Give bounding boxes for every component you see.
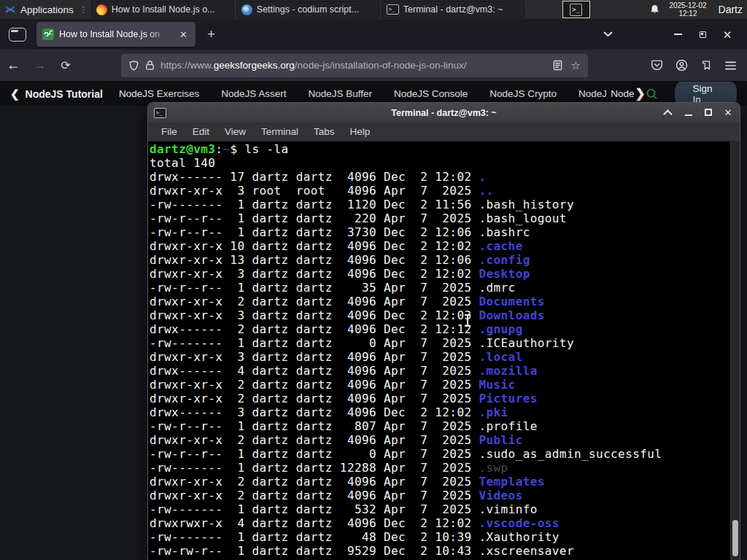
terminal-icon: >_ xyxy=(154,108,166,118)
nav-link-nodejs-console[interactable]: NodeJS Console xyxy=(394,88,468,99)
taskbar-button-label: Terminal - dartz@vm3: ~ xyxy=(403,4,503,15)
toolbar-right-icons xyxy=(651,59,747,71)
terminal-line: drwxr-xr-x 10 dartz dartz 4096 Dec 2 12:… xyxy=(150,239,740,253)
new-tab-button[interactable]: + xyxy=(207,26,215,42)
nav-link-nodejs-crypto[interactable]: NodeJS Crypto xyxy=(489,88,557,99)
tab-close-icon[interactable]: ✕ xyxy=(177,28,190,41)
nav-more-label: Node xyxy=(611,88,634,99)
terminal-line: -rw------- 1 dartz dartz 1120 Dec 2 11:5… xyxy=(150,198,740,211)
notification-bell-icon[interactable] xyxy=(649,4,660,15)
terminal-line: drwxr-xr-x 3 root root 4096 Apr 7 2025 .… xyxy=(150,184,740,198)
reader-mode-icon[interactable] xyxy=(553,60,562,71)
reload-button[interactable]: ⟳ xyxy=(53,58,79,72)
firefox-icon xyxy=(96,4,107,15)
search-icon[interactable] xyxy=(646,87,658,101)
applications-menu-button[interactable]: Applications xyxy=(0,0,80,19)
terminal-menu-tabs[interactable]: Tabs xyxy=(314,126,335,137)
taskbar: How to Install Node.js o...Settings - co… xyxy=(91,0,525,19)
terminal-line: drwxr-xr-x 2 dartz dartz 4096 Apr 7 2025… xyxy=(150,475,740,489)
terminal-line: drwxr-xr-x 13 dartz dartz 4096 Dec 2 12:… xyxy=(150,253,740,267)
clock[interactable]: 2025-12-02 12:12 xyxy=(669,1,706,18)
nav-link-nodejs-dns[interactable]: NodeJS DNS xyxy=(578,88,606,99)
terminal-window-title: Terminal - dartz@vm3: ~ xyxy=(148,108,740,118)
list-all-tabs-icon[interactable] xyxy=(595,31,620,37)
terminal-line: total 140 xyxy=(150,156,740,170)
chevron-left-icon: ❮ xyxy=(10,88,20,101)
taskbar-button-vscodium[interactable]: Settings - codium script... xyxy=(236,1,379,18)
nav-link-nodejs-assert[interactable]: NodeJS Assert xyxy=(221,88,286,99)
clock-date: 2025-12-02 xyxy=(669,1,706,9)
firefox-view-icon[interactable] xyxy=(9,28,26,42)
tab-title: How to Install Node.js on xyxy=(59,29,172,39)
taskbar-button-label: Settings - codium script... xyxy=(257,4,359,15)
terminal-line: drwx------ 3 dartz dartz 4096 Dec 2 12:0… xyxy=(150,405,740,419)
terminal-line: -rw-r--r-- 1 dartz dartz 3730 Dec 2 12:0… xyxy=(150,225,740,239)
terminal-menu-file[interactable]: File xyxy=(161,126,177,137)
terminal-line: drwxr-xr-x 2 dartz dartz 4096 Apr 7 2025… xyxy=(150,378,740,392)
terminal-line: drwxr-xr-x 2 dartz dartz 4096 Apr 7 2025… xyxy=(150,433,740,447)
terminal-title-bar[interactable]: >_ Terminal - dartz@vm3: ~ ✕ xyxy=(148,103,740,122)
terminal-line: -rw-r--r-- 1 dartz dartz 35 Apr 7 2025 .… xyxy=(150,281,740,295)
nav-link-nodejs-buffer[interactable]: NodeJS Buffer xyxy=(308,88,372,99)
taskbar-button-label: How to Install Node.js o... xyxy=(112,4,215,15)
terminal-menu-terminal[interactable]: Terminal xyxy=(261,126,298,137)
browser-maximize-button[interactable] xyxy=(690,31,715,38)
pocket-icon[interactable] xyxy=(651,59,663,71)
account-icon[interactable] xyxy=(676,59,688,71)
terminal-shade-button[interactable] xyxy=(663,107,675,118)
back-button[interactable]: ← xyxy=(0,58,26,73)
nav-back-link[interactable]: ❮ NodeJS Tutorial xyxy=(10,88,103,101)
menu-hamburger-icon[interactable] xyxy=(724,61,737,71)
terminal-line: -rw-rw-r-- 1 dartz dartz 9529 Dec 2 10:4… xyxy=(150,544,740,558)
terminal-line: drwxr-xr-x 2 dartz dartz 4096 Apr 7 2025… xyxy=(150,489,740,502)
terminal-menu-view[interactable]: View xyxy=(225,126,246,137)
terminal-scrollbar-thumb[interactable] xyxy=(732,520,738,556)
terminal-icon: >_ xyxy=(570,4,582,16)
vscodium-icon xyxy=(241,4,252,15)
lock-icon[interactable] xyxy=(145,60,155,71)
top-panel: Applications ⋮ How to Install Node.js o.… xyxy=(0,0,747,19)
geeksforgeeks-favicon-icon xyxy=(42,28,54,40)
terminal-line: -rw------- 1 dartz dartz 48 Dec 2 10:39 … xyxy=(150,530,740,544)
nav-more[interactable]: Node ❯ xyxy=(611,86,646,101)
nav-link-nodejs-exercises[interactable]: NodeJS Exercises xyxy=(119,88,199,99)
taskbar-button-firefox[interactable]: How to Install Node.js o... xyxy=(91,1,234,18)
terminal-line: -rw------- 1 dartz dartz 12288 Apr 7 202… xyxy=(150,461,740,475)
terminal-line: -rw-r--r-- 1 dartz dartz 807 Apr 7 2025 … xyxy=(150,419,740,433)
bookmark-star-icon[interactable]: ☆ xyxy=(571,59,581,72)
tracking-shield-icon[interactable] xyxy=(128,60,139,71)
tab-how-to-install-nodejs[interactable]: How to Install Node.js on ✕ xyxy=(36,22,196,47)
url-path: /node-js/installation-of-node-js-on-linu… xyxy=(295,60,467,71)
extensions-icon[interactable] xyxy=(700,59,712,71)
terminal-close-button[interactable]: ✕ xyxy=(722,107,734,118)
terminal-line: -rw------- 1 dartz dartz 0 Apr 7 2025 .I… xyxy=(150,336,740,350)
terminal-minimize-button[interactable] xyxy=(683,107,694,118)
url-bar[interactable]: https://www.geeksforgeeks.org/node-js/in… xyxy=(121,54,588,77)
terminal-icon: >_ xyxy=(387,4,399,15)
applications-icon xyxy=(4,4,16,15)
terminal-launcher[interactable]: >_ xyxy=(562,1,590,18)
browser-toolbar: ← → ⟳ https://www.geeksforgeeks.org/node… xyxy=(0,50,747,82)
terminal-line: drwxr-xr-x 3 dartz dartz 4096 Apr 7 2025… xyxy=(150,350,740,364)
terminal-line: -rw-r--r-- 1 dartz dartz 0 Apr 7 2025 .s… xyxy=(150,447,740,461)
nav-links: NodeJS ExercisesNodeJS AssertNodeJS Buff… xyxy=(119,88,606,99)
browser-minimize-button[interactable] xyxy=(665,34,690,35)
terminal-scrollbar[interactable] xyxy=(730,141,740,560)
url-text: https://www.geeksforgeeks.org/node-js/in… xyxy=(160,60,547,71)
nav-back-label: NodeJS Tutorial xyxy=(26,88,103,100)
terminal-maximize-button[interactable] xyxy=(703,107,714,118)
browser-close-button[interactable]: ✕ xyxy=(715,29,740,40)
terminal-menu-help[interactable]: Help xyxy=(350,126,371,137)
window-controls: ✕ xyxy=(595,29,747,40)
taskbar-button-terminal[interactable]: >_Terminal - dartz@vm3: ~ xyxy=(382,1,525,18)
terminal-line: drwx------ 4 dartz dartz 4096 Apr 7 2025… xyxy=(150,364,740,378)
terminal-line: drwx------ 17 dartz dartz 4096 Dec 2 12:… xyxy=(150,170,740,184)
terminal-menu-edit[interactable]: Edit xyxy=(193,126,209,137)
terminal-output[interactable]: dartz@vm3:~$ ls -latotal 140drwx------ 1… xyxy=(148,141,740,560)
panel-handle[interactable]: ⋮ xyxy=(80,5,87,15)
user-menu[interactable]: Dartz xyxy=(716,4,743,15)
terminal-line: drwxr-xr-x 2 dartz dartz 4096 Apr 7 2025… xyxy=(150,392,740,405)
panel-status-area: 2025-12-02 12:12 Dartz xyxy=(649,1,747,18)
forward-button: → xyxy=(26,58,53,73)
url-domain: geeksforgeeks.org xyxy=(214,60,295,71)
